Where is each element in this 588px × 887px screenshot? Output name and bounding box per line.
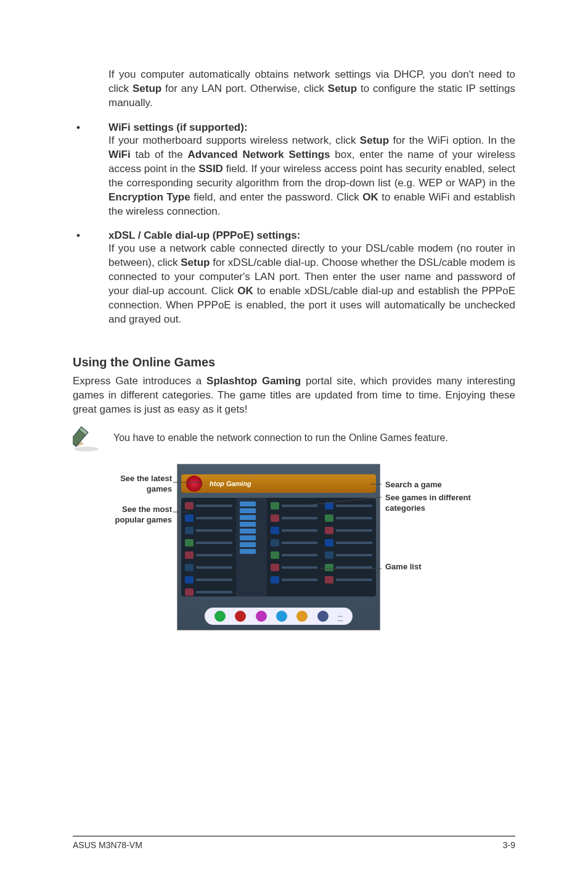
text: If your motherboard supports wireless ne… [108,134,360,146]
label-popular-games: See the most popular games [98,505,172,526]
bold: WiFi [108,149,131,160]
wifi-bullet-row: • WiFi settings (if supported): If your … [73,122,515,230]
bold: Setup [328,83,357,94]
xdsl-bullet-row: • xDSL / Cable dial-up (PPPoE) settings:… [73,229,515,338]
dock-icon [214,611,226,622]
dock-icon [235,611,246,622]
note-row: You have to enable the network connectio… [73,423,515,453]
label-search-game: Search a game [385,480,490,490]
bold: Splashtop Gaming [206,375,301,387]
pencil-icon [73,423,112,453]
bold: Setup [360,134,389,146]
figure-area: See the latest games See the most popula… [73,464,515,630]
text: Express Gate introduces a [73,375,206,387]
xdsl-paragraph: If you use a network cable connected dir… [108,242,515,327]
games-paragraph: Express Gate introduces a Splashtop Gami… [73,374,515,417]
label-latest-games: See the latest games [98,474,172,495]
label-game-list: Game list [385,562,490,572]
panel-col-left [181,498,236,596]
text: tab of the [131,149,188,160]
wifi-paragraph: If your motherboard supports wireless ne… [108,134,515,219]
dock-clock: ⎯⎯⎯⎯ [338,612,343,621]
bold: Encryption Type [108,191,190,203]
bold: OK [362,191,378,203]
bold: OK [237,285,253,297]
bold: Setup [133,83,161,94]
text: field, and enter the password. Click [190,191,363,203]
page-footer: ASUS M3N78-VM 3-9 [73,836,515,850]
footer-right: 3-9 [503,840,515,850]
bold: SSID [198,163,223,175]
xdsl-heading: xDSL / Cable dial-up (PPPoE) settings: [108,229,515,242]
screenshot-panel [181,498,376,596]
text: for any LAN port. Otherwise, click [161,83,328,94]
bold: Setup [181,257,210,268]
labels-left: See the latest games See the most popula… [98,464,172,526]
dock-icon [317,611,329,622]
labels-right: Search a game See games in different cat… [385,464,490,572]
note-text: You have to enable the network connectio… [113,432,448,444]
footer-left: ASUS M3N78-VM [73,840,142,850]
dock-icon [276,611,287,622]
banner-text: htop Gaming [210,480,251,487]
panel-col-right [321,498,376,596]
screenshot: htop Gaming [177,464,380,630]
label-categories: See games in different categories [385,493,490,514]
dock-icon [296,611,308,622]
bullet-dot: • [73,229,108,338]
panel-col-mid2 [267,498,322,596]
text: for the WiFi option. In the [389,134,515,146]
wifi-heading: WiFi settings (if supported): [108,122,515,134]
games-heading: Using the Online Games [73,355,515,369]
dock-icon [256,611,267,622]
bold: Advanced Network Settings [187,149,330,160]
bullet-dot: • [73,122,108,230]
panel-col-mid [236,498,267,596]
screenshot-dock: ⎯⎯⎯⎯ [205,608,353,625]
dhcp-paragraph: If you computer automatically obtains ne… [73,68,515,110]
screenshot-banner: htop Gaming [181,474,376,493]
svg-point-0 [74,447,99,452]
